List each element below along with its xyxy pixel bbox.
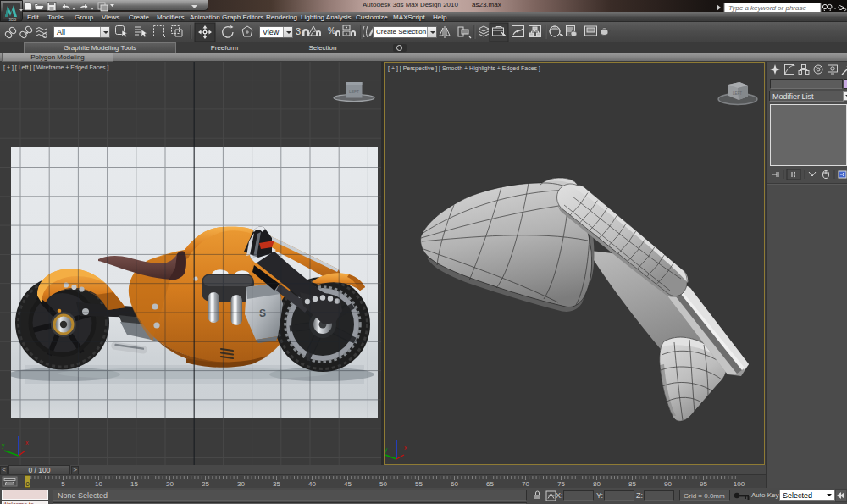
svg-text:3: 3 [296,26,301,36]
svg-text:65: 65 [486,480,494,488]
svg-text:85: 85 [628,480,636,488]
svg-text:y: y [385,446,388,453]
svg-text:25: 25 [202,480,209,488]
svg-text:40: 40 [308,480,316,488]
svg-text:0: 0 [25,480,29,488]
svg-text:55: 55 [415,480,423,488]
svg-text:5: 5 [61,480,65,488]
svg-text:Type a keyword or phrase: Type a keyword or phrase [728,4,806,12]
svg-text:30: 30 [237,480,245,488]
svg-text:20: 20 [166,480,174,488]
svg-text:y: y [2,442,5,449]
svg-text:75: 75 [557,480,565,488]
svg-text:35: 35 [273,480,280,488]
svg-text:LEFT: LEFT [733,91,742,96]
svg-text:80: 80 [593,480,601,488]
svg-text:10: 10 [95,480,102,488]
svg-text:LEFT: LEFT [349,89,359,94]
svg-text:x: x [25,440,29,446]
svg-text:60: 60 [451,480,458,488]
svg-text:90: 90 [664,480,672,488]
svg-text:100: 100 [734,480,745,488]
svg-text:95: 95 [700,480,707,488]
svg-text:50: 50 [379,480,387,488]
svg-text:S: S [259,307,266,319]
svg-text:%: % [328,26,335,36]
svg-text:3DS: 3DS [9,18,17,22]
svg-text:70: 70 [522,480,529,488]
svg-text:45: 45 [344,480,352,488]
svg-text:15: 15 [130,480,138,488]
svg-text:x: x [404,445,407,451]
